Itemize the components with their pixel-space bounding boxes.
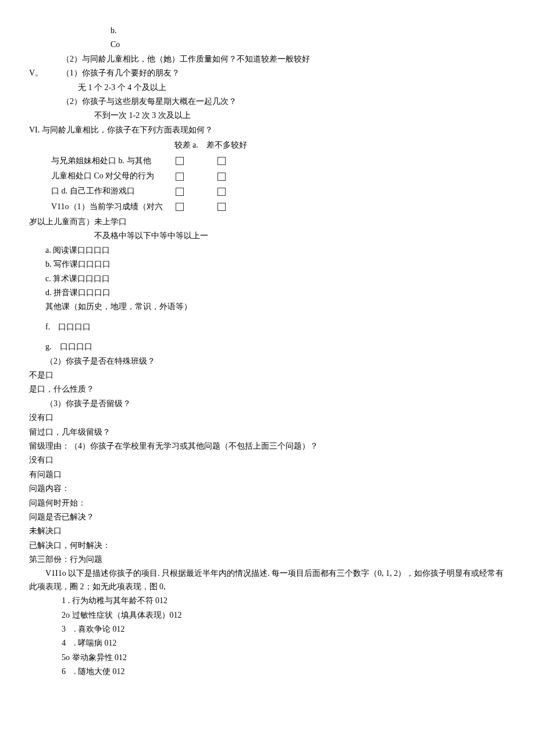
checkbox-cell[interactable] [169,169,211,184]
text-line: 问题是否已解决？ [29,511,506,524]
text-line: 没有口 [29,454,506,467]
behavior-item: 2o 过敏性症状（填具体表现）012 [29,609,506,622]
row-label: 与兄弟姐妹相处口 b. 与其他 [45,153,169,169]
text-line: 是口，什么性质？ [29,383,506,396]
checkbox-cell[interactable] [211,184,253,199]
text-line: （2）与同龄儿童相比，他（她）工作质量如何？不知道较差一般较好 [29,53,506,66]
section-heading: 第三部份：行为问题 [29,553,506,566]
text-line: a. 阅读课口口口口 [29,244,506,257]
text-line: 留级理由：（4）你孩子在学校里有无学习或其他问题（不包括上面三个问题）？ [29,440,506,453]
checkbox-cell[interactable] [211,199,253,214]
row-label: V11o（1）当前学习成绩（对六 [45,199,169,214]
text-line: 不到一次 1-2 次 3 次及以上 [29,109,506,122]
text-line: g. 口口口口 [29,341,506,353]
text-line: 有问题口 [29,468,506,481]
text-line: 留过口，几年级留级？ [29,426,506,439]
text-line: 不是口 [29,369,506,382]
text-line: V。 （1）你孩子有几个要好的朋友？ [29,67,506,80]
text-line: （3）你孩子是否留级？ [29,397,506,410]
text-line: 没有口 [29,411,506,424]
text-line: 无 1 个 2-3 个 4 个及以上 [29,81,506,94]
row-label: 儿童相处口 Co 对父母的行为 [45,169,169,184]
text-line: b. [29,24,506,37]
checkbox-cell[interactable] [169,199,211,214]
behavior-item: 1 . 行为幼稚与其年龄不符 012 [29,594,506,607]
text-line: 其他课（如历史，地理，常识，外语等） [29,300,506,313]
text-line: d. 拼音课口口口口 [29,286,506,299]
behavior-item: 5o 举动象异性 012 [29,651,506,664]
text-line: Co [29,38,506,51]
rating-table: 较差 a. 差不多较好 与兄弟姐妹相处口 b. 与其他 儿童相处口 Co 对父母… [45,138,253,214]
text-line: 问题内容： [29,482,506,495]
checkbox-cell[interactable] [169,153,211,169]
text-line: 问题何时开始： [29,497,506,510]
text-line: （2）你孩子与这些朋友每星期大概在一起几次？ [29,95,506,108]
text-line: （2）你孩子是否在特殊班级？ [29,355,506,368]
paragraph: V1I1o 以下是描述你孩子的项目. 只根据最近半年内的情况描述. 每一项目后面… [29,567,506,593]
question-text: （1）你孩子有几个要好的朋友？ [45,69,180,77]
behavior-item: 4 . 哮喘病 012 [29,637,506,650]
text-line: 已解决口，何时解决： [29,539,506,552]
row-label-continued: 岁以上儿童而言）未上学口 [29,216,506,228]
behavior-item: 6 . 随地大使 012 [29,665,506,678]
text-line: 未解决口 [29,525,506,538]
text-line: c. 算术课口口口口 [29,273,506,285]
text-line: b. 写作课口口口口 [29,258,506,271]
text-line: f. 口口口口 [29,321,506,334]
row-label: 口 d. 自己工作和游戏口 [45,184,169,199]
behavior-item: 3 . 喜欢争论 012 [29,623,506,636]
text-line: 不及格中等以下中等中等以上一 [29,230,506,242]
table-header: 较差 a. 差不多较好 [169,138,253,153]
checkbox-cell[interactable] [169,184,211,199]
section-heading: VI. 与同龄儿童相比，你孩子在下列方面表现如何？ [29,124,506,137]
checkbox-cell[interactable] [211,153,253,169]
section-label: V。 [29,69,43,77]
checkbox-cell[interactable] [211,169,253,184]
